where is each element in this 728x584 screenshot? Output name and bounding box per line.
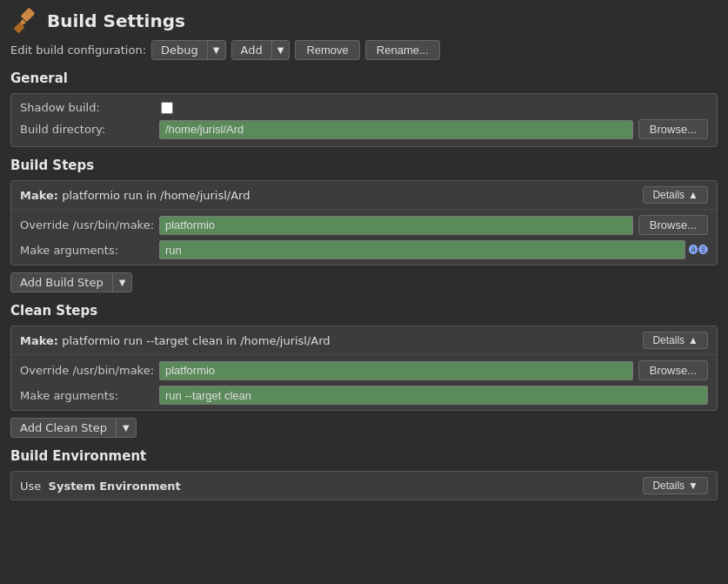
build-directory-row: Build directory: Browse... [20,119,708,139]
config-value: Debug [152,41,208,59]
build-make-args-row: Make arguments: 🅐🅑 [20,240,708,259]
page-title: Build Settings [47,10,185,31]
config-dropdown-arrow[interactable]: ▼ [208,43,225,57]
build-override-input[interactable] [159,216,633,235]
ab-icon: 🅐🅑 [689,245,708,256]
build-step-details-label: Details [652,189,685,201]
build-step-header: Make: platformio run in /home/jurisl/Ard… [11,181,717,210]
clean-make-args-label: Make arguments: [20,389,159,402]
clean-override-input[interactable] [159,361,633,380]
add-build-step-label: Add Build Step [11,273,113,292]
clean-steps-section-title: Clean Steps [0,299,728,322]
build-step-title: Make: platformio run in /home/jurisl/Ard [20,189,250,202]
add-clean-step-row: Add Clean Step ▼ [10,418,718,438]
clean-step-details-button[interactable]: Details ▲ [643,332,708,349]
build-env-details-label: Details [652,480,685,492]
build-override-row: Override /usr/bin/make: Browse... [20,215,708,235]
config-label: Edit build configuration: [10,44,146,57]
config-dropdown[interactable]: Debug ▼ [151,40,225,60]
build-env-section-title: Build Environment [0,445,728,467]
clean-step-header: Make: platformio run --target clean in /… [11,326,717,355]
add-label: Add [232,41,272,59]
build-directory-browse-button[interactable]: Browse... [638,119,708,139]
build-env-block: Use System Environment Details ▼ [10,471,718,500]
add-build-step-arrow[interactable]: ▼ [113,275,132,290]
hammer-icon [10,7,38,35]
build-step-make: Make: [20,189,58,202]
clean-override-label: Override /usr/bin/make: [20,364,159,377]
add-clean-step-button[interactable]: Add Clean Step ▼ [10,418,137,438]
clean-override-row: Override /usr/bin/make: Browse... [20,360,708,380]
build-make-args-label: Make arguments: [20,244,159,257]
general-section-box: Shadow build: Build directory: Browse... [10,93,718,147]
shadow-build-checkbox[interactable] [161,102,173,114]
build-override-label: Override /usr/bin/make: [20,218,159,232]
clean-step-make: Make: [20,334,58,347]
remove-button[interactable]: Remove [295,40,359,60]
clean-make-args-input[interactable] [159,386,708,405]
clean-step-title-rest: platformio run --target clean in /home/j… [58,334,331,347]
build-step-title-rest: platformio run in /home/jurisl/Ard [58,189,250,202]
add-build-step-button[interactable]: Add Build Step ▼ [10,272,132,292]
add-dropdown-arrow[interactable]: ▼ [272,43,290,57]
add-dropdown[interactable]: Add ▼ [231,40,291,60]
general-section-title: General [0,67,728,90]
clean-make-args-row: Make arguments: [20,386,708,405]
clean-step-details-label: Details [652,334,685,346]
clean-step-body: Override /usr/bin/make: Browse... Make a… [11,355,717,410]
build-step-details-button[interactable]: Details ▲ [643,186,708,204]
build-steps-section-title: Build Steps [0,154,728,177]
build-directory-input[interactable] [159,120,633,139]
build-make-args-input[interactable] [159,240,685,259]
clean-step-title: Make: platformio run --target clean in /… [20,334,331,347]
add-clean-step-arrow[interactable]: ▼ [117,420,136,435]
build-env-details-down-icon: ▼ [688,480,698,492]
shadow-build-label: Shadow build: [20,101,159,114]
clean-step-block: Make: platformio run --target clean in /… [10,326,718,411]
build-step-details-up-icon: ▲ [688,189,698,201]
build-override-browse-button[interactable]: Browse... [638,215,708,235]
build-env-details-button[interactable]: Details ▼ [643,477,708,494]
build-step-body: Override /usr/bin/make: Browse... Make a… [11,210,717,265]
build-env-title: Use System Environment [20,480,181,493]
add-clean-step-label: Add Clean Step [11,419,117,437]
toolbar: Edit build configuration: Debug ▼ Add ▼ … [0,38,728,67]
clean-step-details-up-icon: ▲ [688,334,698,346]
build-step-block: Make: platformio run in /home/jurisl/Ard… [10,180,718,265]
build-env-bold: System Environment [49,480,181,493]
shadow-build-row: Shadow build: [20,101,708,114]
add-build-step-row: Add Build Step ▼ [10,272,718,292]
header: Build Settings [0,0,728,38]
build-directory-label: Build directory: [20,123,159,136]
clean-override-browse-button[interactable]: Browse... [638,360,708,380]
build-env-use: Use [20,480,41,493]
rename-button[interactable]: Rename... [365,40,440,60]
build-env-header: Use System Environment Details ▼ [11,472,717,500]
